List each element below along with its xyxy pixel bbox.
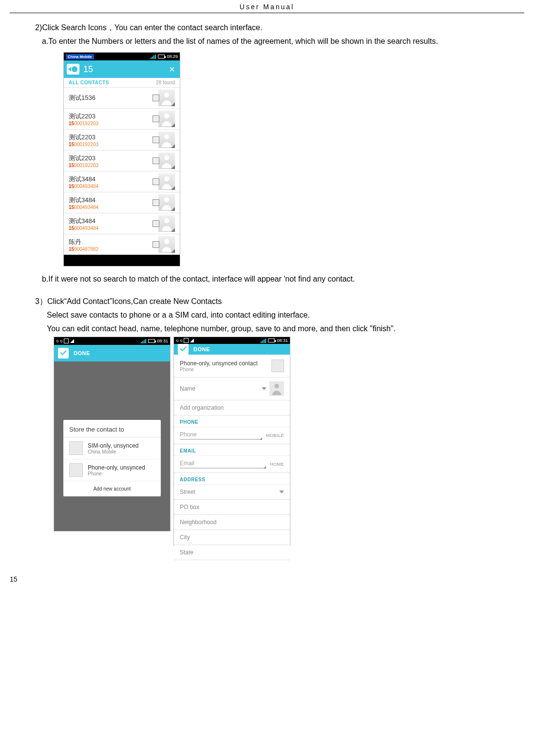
- screenshot-store-contact: ⎋ ⎋ 08:31 DONE Store the contact to: [54, 337, 171, 531]
- option-sim-subtitle: China Mobile: [88, 449, 139, 454]
- phone-storage-icon: [69, 463, 83, 477]
- dialog-title: Store the contact to: [63, 420, 161, 437]
- contact-number: 15000493484: [69, 184, 153, 189]
- neighborhood-input[interactable]: Neighborhood: [180, 519, 216, 526]
- email-type-selector[interactable]: HOME: [270, 462, 284, 467]
- street-input[interactable]: Street: [180, 489, 195, 495]
- select-checkbox[interactable]: [153, 220, 159, 227]
- email-input[interactable]: Email: [180, 460, 266, 469]
- contact-avatar-icon: [158, 173, 175, 190]
- contact-row[interactable]: 测试220315000192203: [64, 150, 180, 171]
- search-bar: 15 ×: [64, 60, 180, 78]
- done-button[interactable]: DONE: [193, 346, 210, 352]
- option-phone[interactable]: Phone-only, unsynced Phone: [63, 459, 161, 481]
- search-input[interactable]: 15: [83, 64, 167, 75]
- contact-row[interactable]: 陈丹15900487882: [64, 234, 180, 255]
- option-phone-subtitle: Phone: [88, 471, 145, 476]
- contact-name: 测试3484: [69, 217, 153, 226]
- contact-name: 测试3484: [69, 175, 153, 184]
- section-phone-label: PHONE: [174, 416, 290, 427]
- section-email-label: EMAIL: [174, 444, 290, 456]
- section-address-label: ADDRESS: [174, 473, 290, 485]
- status-time: 08:31: [157, 339, 168, 343]
- found-count: 28 found: [156, 80, 175, 85]
- warning-icon: [70, 339, 74, 343]
- name-row: Name: [174, 378, 290, 400]
- contact-list: 测试1536测试220315000192203测试220315000192203…: [64, 87, 180, 255]
- done-check-icon[interactable]: [178, 344, 189, 355]
- done-bar: DONE: [54, 345, 170, 361]
- phone-input[interactable]: Phone: [180, 431, 262, 440]
- status-time: 08:31: [277, 338, 288, 343]
- signal-icon: [141, 339, 146, 343]
- select-checkbox[interactable]: [153, 241, 159, 248]
- status-bar: ⎋ ⎋ 08:31: [54, 337, 170, 345]
- usb-icon: ⎋: [56, 339, 58, 343]
- contact-type-title: Phone-only, unsynced contact: [180, 360, 258, 367]
- add-organization-button[interactable]: Add organization: [174, 400, 290, 416]
- notif-icon: [64, 339, 69, 343]
- state-input[interactable]: State: [180, 549, 193, 556]
- back-button[interactable]: [67, 64, 79, 75]
- select-checkbox[interactable]: [153, 178, 159, 185]
- battery-icon: [148, 339, 155, 343]
- contact-row[interactable]: 测试348415000493484: [64, 171, 180, 192]
- contact-name: 测试2203: [69, 112, 153, 121]
- contact-avatar-icon: [158, 111, 175, 127]
- contact-name: 陈丹: [69, 238, 153, 246]
- contact-row[interactable]: 测试220315000192203: [64, 129, 180, 150]
- contact-number: 15000192203: [69, 142, 153, 147]
- carrier-label: China Mobile: [66, 54, 94, 59]
- contact-row[interactable]: 测试220315000192203: [64, 108, 180, 129]
- select-checkbox[interactable]: [153, 136, 159, 143]
- contact-row[interactable]: 测试1536: [64, 87, 180, 108]
- battery-icon: [158, 55, 165, 58]
- contact-row[interactable]: 测试348415000493484: [64, 192, 180, 213]
- add-account-button[interactable]: Add new account: [63, 481, 161, 496]
- done-check-icon[interactable]: [58, 348, 69, 359]
- expand-address-icon[interactable]: [279, 491, 284, 493]
- paragraph-2a: a.To enter the Numbers or letters and th…: [42, 36, 524, 47]
- page-header: User Manual: [10, 0, 524, 13]
- status-bar: China Mobile 08:29: [64, 53, 180, 60]
- clear-search-button[interactable]: ×: [167, 64, 177, 75]
- city-row: City: [174, 530, 290, 545]
- done-button[interactable]: DONE: [74, 350, 90, 356]
- select-checkbox[interactable]: [153, 157, 159, 164]
- contact-name: 测试2203: [69, 154, 153, 163]
- select-checkbox[interactable]: [153, 115, 159, 122]
- contact-avatar-icon: [158, 236, 175, 253]
- paragraph-3: 3）Click“Add Contact”Icons,Can create New…: [35, 296, 524, 307]
- debug-icon: ⎋: [60, 339, 62, 343]
- expand-name-icon[interactable]: [262, 387, 267, 390]
- contact-number: 15000192203: [69, 121, 153, 126]
- contact-row[interactable]: 测试348415000493484: [64, 213, 180, 234]
- contact-name: 测试1536: [69, 94, 153, 102]
- contact-number: 15000493484: [69, 205, 153, 210]
- contact-number: 15900487882: [69, 246, 153, 252]
- option-sim[interactable]: SIM-only, unsynced China Mobile: [63, 437, 161, 459]
- city-input[interactable]: City: [180, 534, 190, 541]
- email-row: Email HOME: [174, 456, 290, 473]
- contact-type-row[interactable]: Phone-only, unsynced contact Phone: [174, 355, 290, 378]
- battery-icon: [268, 339, 275, 342]
- contact-avatar-icon: [158, 90, 175, 106]
- option-sim-title: SIM-only, unsynced: [88, 442, 139, 449]
- name-input[interactable]: Name: [180, 385, 195, 392]
- screenshot-contact-search: China Mobile 08:29 15 × ALL CONTACTS 28 …: [63, 52, 180, 266]
- contact-type-subtitle: Phone: [180, 367, 258, 372]
- street-row: Street: [174, 485, 290, 500]
- contact-photo-button[interactable]: [269, 381, 284, 396]
- contact-number: 15000493484: [69, 226, 153, 231]
- section-header: ALL CONTACTS 28 found: [64, 78, 180, 87]
- select-checkbox[interactable]: [153, 199, 159, 206]
- paragraph-3a: Select save contacts to phone or a a SIM…: [47, 309, 524, 321]
- status-time: 08:29: [167, 54, 178, 59]
- select-checkbox[interactable]: [153, 94, 159, 101]
- usb-icon: ⎋: [176, 338, 178, 343]
- notif-icon: [184, 338, 189, 343]
- phone-type-selector[interactable]: MOBILE: [266, 433, 284, 438]
- pobox-input[interactable]: PO box: [180, 504, 199, 510]
- header-title: User Manual: [240, 3, 294, 11]
- neighborhood-row: Neighborhood: [174, 515, 290, 530]
